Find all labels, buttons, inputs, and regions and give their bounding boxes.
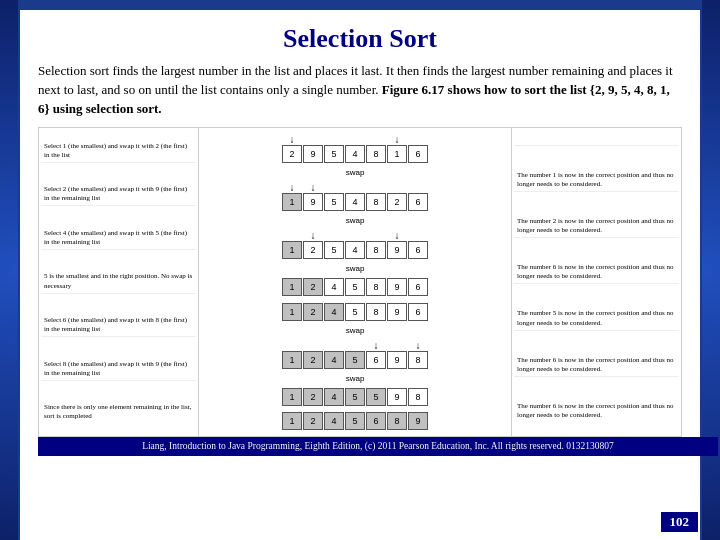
num-0-0: 2: [282, 145, 302, 163]
num-6-0: 1: [282, 388, 302, 406]
num-7-2: 4: [324, 412, 344, 430]
num-1-4: 8: [366, 193, 386, 211]
num-4-5: 9: [387, 303, 407, 321]
num-1-1: 9: [303, 193, 323, 211]
slide-content: Selection Sort Selection sort finds the …: [20, 10, 700, 540]
right-item-6: The number 6 is now in the correct posit…: [514, 400, 679, 422]
num-0-5: 1: [387, 145, 407, 163]
num-1-0: 1: [282, 193, 302, 211]
sort-row-6: 1 2 4 5 5 9 8: [203, 388, 507, 406]
right-item-2: The number 2 is now in the correct posit…: [514, 215, 679, 238]
footer: Liang, Introduction to Java Programming,…: [38, 437, 718, 456]
slide-title: Selection Sort: [38, 24, 682, 54]
num-1-2: 5: [324, 193, 344, 211]
num-4-3: 5: [345, 303, 365, 321]
figure-left-column: Select 1 (the smallest) and swap it with…: [39, 128, 199, 436]
swap-indicator-5: swap: [203, 326, 507, 335]
num-3-6: 6: [408, 278, 428, 296]
sort-row-5: ↓ ↓ 1 2 4 5 6 9 8: [203, 340, 507, 369]
sort-row-2: ↓ ↓ 1 2 5 4 8 9 6: [203, 230, 507, 259]
numbers-row-7: 1 2 4 5 6 8 9: [282, 412, 428, 430]
num-2-5: 9: [387, 241, 407, 259]
num-4-4: 8: [366, 303, 386, 321]
footer-text: Liang, Introduction to Java Programming,…: [142, 441, 614, 451]
numbers-row-5: 1 2 4 5 6 9 8: [282, 351, 428, 369]
num-7-3: 5: [345, 412, 365, 430]
num-6-1: 2: [303, 388, 323, 406]
num-0-3: 4: [345, 145, 365, 163]
num-3-4: 8: [366, 278, 386, 296]
num-2-2: 5: [324, 241, 344, 259]
num-6-4: 5: [366, 388, 386, 406]
numbers-row-6: 1 2 4 5 5 9 8: [282, 388, 428, 406]
num-0-2: 5: [324, 145, 344, 163]
sort-row-7: 1 2 4 5 6 8 9: [203, 412, 507, 430]
num-2-0: 1: [282, 241, 302, 259]
num-3-3: 5: [345, 278, 365, 296]
numbers-row-1: 1 9 5 4 8 2 6: [282, 193, 428, 211]
num-7-4: 6: [366, 412, 386, 430]
left-item-3: 5 is the smallest and in the right posit…: [41, 270, 196, 293]
figure-center-column: ↓ ↓ 2 9 5 4 8 1 6: [199, 128, 511, 436]
description: Selection sort finds the largest number …: [38, 62, 682, 119]
num-1-6: 6: [408, 193, 428, 211]
sort-row-4: 1 2 4 5 8 9 6: [203, 303, 507, 321]
num-2-3: 4: [345, 241, 365, 259]
right-item-0: [514, 141, 679, 146]
num-4-1: 2: [303, 303, 323, 321]
num-6-6: 8: [408, 388, 428, 406]
figure-area: Select 1 (the smallest) and swap it with…: [38, 127, 682, 437]
num-1-3: 4: [345, 193, 365, 211]
page-container: Selection Sort Selection sort finds the …: [0, 0, 720, 540]
num-5-5: 9: [387, 351, 407, 369]
swap-indicator-2: swap: [203, 216, 507, 225]
num-3-5: 9: [387, 278, 407, 296]
num-6-5: 9: [387, 388, 407, 406]
num-2-1: 2: [303, 241, 323, 259]
numbers-row-2: 1 2 5 4 8 9 6: [282, 241, 428, 259]
num-2-6: 6: [408, 241, 428, 259]
num-0-1: 9: [303, 145, 323, 163]
num-0-4: 8: [366, 145, 386, 163]
numbers-row-0: 2 9 5 4 8 1 6: [282, 145, 428, 163]
right-item-3: The number 6 is now in the correct posit…: [514, 261, 679, 284]
sort-row-3: 1 2 4 5 8 9 6: [203, 278, 507, 296]
num-7-1: 2: [303, 412, 323, 430]
right-item-1: The number 1 is now in the correct posit…: [514, 169, 679, 192]
num-4-0: 1: [282, 303, 302, 321]
num-7-6: 9: [408, 412, 428, 430]
left-item-5: Select 8 (the smallest) and swap it with…: [41, 358, 196, 381]
num-6-3: 5: [345, 388, 365, 406]
num-5-0: 1: [282, 351, 302, 369]
sort-row-0: ↓ ↓ 2 9 5 4 8 1 6: [203, 133, 507, 163]
num-5-3: 5: [345, 351, 365, 369]
numbers-row-3: 1 2 4 5 8 9 6: [282, 278, 428, 296]
num-3-1: 2: [303, 278, 323, 296]
left-item-1: Select 2 (the smallest) and swap it with…: [41, 183, 196, 206]
left-item-6: Since there is only one element remainin…: [41, 401, 196, 423]
sort-row-1: ↓ ↓ 1 9 5 4 8 2 6: [203, 182, 507, 211]
num-4-6: 6: [408, 303, 428, 321]
left-item-0: Select 1 (the smallest) and swap it with…: [41, 140, 196, 163]
page-number: 102: [661, 512, 699, 532]
num-5-2: 4: [324, 351, 344, 369]
numbers-row-4: 1 2 4 5 8 9 6: [282, 303, 428, 321]
num-2-4: 8: [366, 241, 386, 259]
num-6-2: 4: [324, 388, 344, 406]
num-5-1: 2: [303, 351, 323, 369]
num-5-4: 6: [366, 351, 386, 369]
num-5-6: 8: [408, 351, 428, 369]
num-7-5: 8: [387, 412, 407, 430]
num-3-2: 4: [324, 278, 344, 296]
num-3-0: 1: [282, 278, 302, 296]
swap-indicator-3: swap: [203, 264, 507, 273]
num-0-6: 6: [408, 145, 428, 163]
swap-indicator-1: swap: [203, 168, 507, 177]
left-item-4: Select 6 (the smallest) and swap it with…: [41, 314, 196, 337]
right-item-4: The number 5 is now in the correct posit…: [514, 307, 679, 330]
num-1-5: 2: [387, 193, 407, 211]
figure-right-column: The number 1 is now in the correct posit…: [511, 128, 681, 436]
num-7-0: 1: [282, 412, 302, 430]
right-item-5: The number 6 is now in the correct posit…: [514, 354, 679, 377]
swap-indicator-6: swap: [203, 374, 507, 383]
